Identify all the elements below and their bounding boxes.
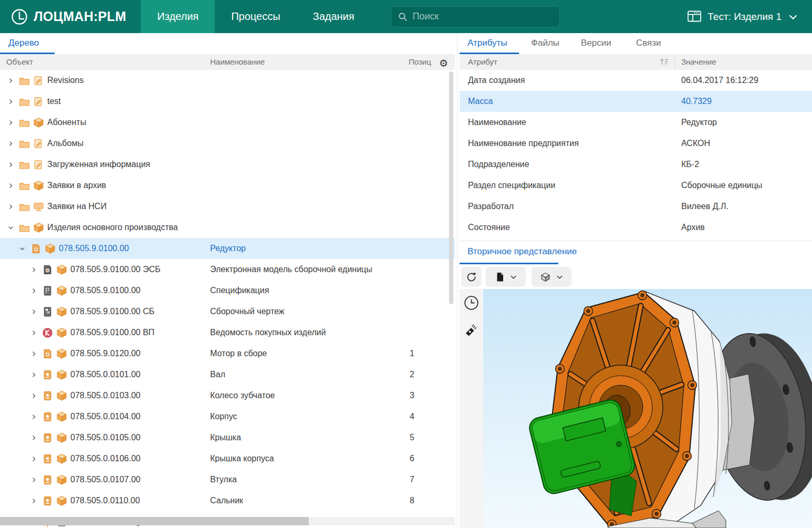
tree-horizontal-scrollbar-thumb[interactable] [0, 517, 309, 525]
tree-name-label: Колесо зубчатое [210, 391, 275, 400]
chevron-right-icon[interactable] [30, 329, 37, 336]
chevron-right-icon[interactable] [30, 413, 37, 420]
chevron-right-icon[interactable] [7, 140, 14, 147]
attribute-row[interactable]: Наименование предприятияАСКОН [460, 133, 812, 154]
chevron-right-icon[interactable] [7, 98, 14, 105]
chevron-right-icon[interactable] [30, 392, 37, 399]
tree-object-label: Изделия основного производства [47, 223, 178, 232]
attribute-row[interactable]: Масса40.7329 [460, 91, 812, 112]
tree-row[interactable]: 078.505.0.0104.00Корпус4 [0, 406, 455, 427]
panel-divider[interactable] [457, 33, 457, 528]
search-input[interactable] [413, 11, 553, 22]
attribute-row[interactable]: СостояниеАрхив [460, 217, 812, 238]
tree-object-label: 078.505.9.0100.00 ЭСБ [70, 265, 160, 274]
chevron-right-icon[interactable] [7, 203, 14, 210]
tree-horizontal-scrollbar[interactable] [0, 517, 455, 525]
chevron-right-icon[interactable] [30, 287, 37, 294]
tree-row[interactable]: Заявки в архив [0, 175, 455, 196]
app-title: ЛОЦМАН:PLM [34, 9, 126, 24]
tab-tree[interactable]: Дерево [8, 38, 39, 48]
chevron-right-icon[interactable] [30, 498, 37, 504]
tree-row[interactable]: 078.505.0.0101.00Вал2 [0, 364, 455, 385]
wireframe-view-button[interactable] [532, 267, 571, 287]
chevron-right-icon[interactable] [7, 77, 14, 84]
tree-row[interactable]: 078.505.9.0120.00Мотор в сборе1 [0, 343, 455, 364]
nav-tab-processes[interactable]: Процессы [215, 0, 296, 33]
tree-vertical-scrollbar-thumb[interactable] [449, 71, 453, 304]
attribute-row[interactable]: Раздел спецификацииСборочные единицы [460, 175, 812, 196]
secondary-view-viewport[interactable] [483, 289, 812, 528]
chevron-right-icon[interactable] [30, 477, 37, 483]
attribute-row[interactable]: ПодразделениеКБ-2 [460, 154, 812, 175]
tree-object-label: 078.505.0.0107.00 [70, 475, 140, 484]
box-icon [56, 432, 67, 443]
column-position: Позиц [409, 57, 431, 66]
workspace-selector[interactable]: Тест: Изделия 1 [688, 11, 812, 23]
nav-tab-tasks[interactable]: Задания [297, 0, 371, 33]
tab-links[interactable]: Связи [636, 38, 661, 48]
tree-row[interactable]: 078.505.0.0103.00Колесо зубчатое3 [0, 385, 455, 406]
chevron-down-icon[interactable] [19, 245, 26, 252]
tab-versions[interactable]: Версии [581, 38, 611, 48]
tree-row[interactable]: 078.505.9.0100.00Спецификация [0, 280, 455, 301]
tab-secondary-view[interactable]: Вторичное представление [467, 246, 577, 257]
tree-row[interactable]: Загруженная информация [0, 154, 455, 175]
tree-row[interactable]: 078.505.0.0107.00Втулка7 [0, 469, 455, 490]
chevron-right-icon[interactable] [30, 371, 37, 378]
section-stamp-icon[interactable] [463, 322, 480, 338]
folder-icon [19, 180, 30, 191]
attribute-row[interactable]: НаименованиеРедуктор [460, 112, 812, 133]
workspace-layout-icon [688, 11, 702, 23]
attribute-row[interactable]: РазработалВилеев Д.Л. [460, 196, 812, 217]
part-icon [42, 474, 53, 485]
sort-ascending-icon[interactable] [659, 57, 670, 66]
tree-row[interactable]: Изделия основного производства [0, 217, 455, 238]
chevron-down-icon[interactable] [7, 224, 14, 231]
shaded-view-button[interactable] [486, 267, 526, 287]
folder-icon [19, 201, 30, 212]
tree-row[interactable]: test [0, 91, 455, 112]
tree-row[interactable]: 078.505.0.0110.00Сальник8 [0, 490, 455, 511]
tree-row[interactable]: 078.505.0.0105.00Крышка5 [0, 427, 455, 448]
box-icon [56, 495, 67, 506]
tree-row[interactable]: Альбомы [0, 133, 455, 154]
attribute-value: Редуктор [681, 118, 717, 127]
chevron-right-icon[interactable] [30, 350, 37, 357]
tree-position-label: 3 [410, 391, 414, 400]
tree-vertical-scrollbar[interactable] [449, 71, 453, 516]
chevron-right-icon[interactable] [30, 266, 37, 273]
refresh-button[interactable] [461, 267, 481, 287]
chevron-down-icon [787, 11, 799, 23]
tab-attributes[interactable]: Атрибуты [467, 38, 507, 48]
nav-tab-products[interactable]: Изделия [141, 0, 215, 33]
tab-files[interactable]: Файлы [531, 38, 559, 48]
tree-settings-gear-icon[interactable]: ⚙ [439, 57, 448, 69]
tree-row[interactable]: 078.505.9.0100.00 ЭСБЭлектронная модель … [0, 259, 455, 280]
tree-row[interactable]: 078.505.0.0106.00Крышка корпуса6 [0, 448, 455, 469]
attribute-row[interactable]: Дата создания06.04.2017 16:12:29 [460, 70, 812, 91]
box-icon [56, 285, 67, 296]
tree-row[interactable]: 078.505.9.0100.00Редуктор [0, 238, 455, 259]
tree-row[interactable]: Revisions [0, 70, 455, 91]
tree-name-label: Крышка [210, 433, 241, 442]
chevron-right-icon[interactable] [7, 161, 14, 168]
chevron-right-icon[interactable] [30, 434, 37, 441]
search-box[interactable] [391, 6, 560, 27]
history-clock-icon[interactable] [463, 295, 480, 311]
tree-row[interactable]: 078.505.9.0100.00 ВПВедомость покупных и… [0, 322, 455, 343]
docedit-icon [33, 75, 44, 86]
gearbox-3d-model[interactable] [483, 289, 812, 528]
attributes-table: Дата создания06.04.2017 16:12:29Масса40.… [460, 70, 812, 238]
tree-object-label: 078.505.9.0100.00 [59, 244, 129, 253]
chevron-right-icon[interactable] [30, 308, 37, 315]
chevron-right-icon[interactable] [7, 182, 14, 189]
tree-row[interactable]: Заявки на НСИ [0, 196, 455, 217]
chevron-right-icon[interactable] [7, 119, 14, 126]
box-icon [56, 453, 67, 464]
tree-row[interactable]: Абоненты [0, 112, 455, 133]
chevron-right-icon[interactable] [30, 455, 37, 462]
tree-name-label: Втулка [210, 475, 237, 484]
folder-icon [19, 75, 30, 86]
app-brand: ЛОЦМАН:PLM [0, 8, 141, 26]
tree-row[interactable]: 078.505.9.0100.00 СБСборочный чертеж [0, 301, 455, 322]
